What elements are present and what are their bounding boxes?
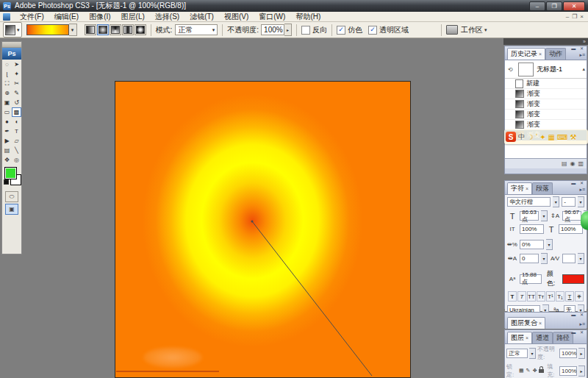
tab-history[interactable]: 历史记录 × <box>507 48 545 60</box>
minimize-button[interactable]: – <box>529 1 545 11</box>
panel-group-controls[interactable]: ▬ ✕ <box>571 329 585 335</box>
clone-stamp-tool[interactable]: ▣ <box>2 98 12 107</box>
chevron-down-icon[interactable]: ▾ <box>546 239 553 250</box>
opacity-input[interactable]: 100% <box>261 24 284 35</box>
faux-italic-button[interactable]: T <box>517 291 526 302</box>
dock-header[interactable]: » <box>503 38 588 45</box>
zoom-tool[interactable]: ◎ <box>12 155 21 165</box>
tool-preset-picker[interactable]: ▾ <box>3 22 22 38</box>
default-colors-icon[interactable] <box>4 179 9 185</box>
type-tool[interactable]: T <box>12 126 21 136</box>
workspace-button[interactable]: 工作区 ▾ <box>446 25 487 35</box>
lock-all-icon[interactable] <box>539 369 544 373</box>
panel-menu-icon[interactable]: ▸≡ <box>579 321 585 327</box>
gradient-picker-arrow[interactable]: ▾ <box>69 24 77 36</box>
foreground-color-swatch[interactable] <box>4 167 17 179</box>
notes-tool[interactable]: ▤ <box>2 146 12 155</box>
scroll-up-icon[interactable]: ▴ <box>582 66 587 72</box>
chevron-down-icon[interactable]: ▾ <box>541 210 548 221</box>
tab-layers[interactable]: 图层 × <box>507 332 532 343</box>
punctuation-icon[interactable]: ’ <box>536 133 537 141</box>
magic-icon[interactable]: ✦ <box>539 133 545 141</box>
tab-paragraph[interactable]: 段落 <box>532 182 553 194</box>
history-entry[interactable]: 渐变 <box>505 120 587 130</box>
tracking-input[interactable]: 0 <box>520 254 539 263</box>
history-source-icon[interactable]: ⟲ <box>506 66 514 73</box>
history-snapshot-row[interactable]: ⟲ 无标题-1 ▴ <box>505 60 587 79</box>
dither-checkbox[interactable]: ✓ <box>337 26 345 35</box>
history-entry[interactable]: 新建 <box>505 79 587 89</box>
dodge-tool[interactable]: ◖ <box>12 117 21 126</box>
underline-button[interactable]: T <box>565 291 574 302</box>
menu-help[interactable]: 帮助(H) <box>290 12 326 22</box>
move-tool[interactable]: ➤ <box>12 60 21 69</box>
tab-character[interactable]: 字符 × <box>507 182 532 194</box>
lock-transparency-icon[interactable]: ▦ <box>519 368 524 374</box>
transparency-checkbox[interactable]: ✓ <box>368 26 377 35</box>
history-entry[interactable]: 渐变 <box>505 89 587 99</box>
linear-gradient-button[interactable] <box>85 24 96 35</box>
menu-filter[interactable]: 滤镜(T) <box>184 12 219 22</box>
panel-group-controls[interactable]: ▬ ✕ <box>571 180 585 185</box>
magic-wand-tool[interactable]: ✦ <box>12 69 21 79</box>
reverse-option[interactable]: 反向 <box>301 25 327 35</box>
shape-tool[interactable]: ▱ <box>12 136 21 146</box>
tab-layer-comps[interactable]: 图层复合 × <box>507 317 545 329</box>
doc-minimize-button[interactable]: – <box>566 13 569 20</box>
menu-image[interactable]: 图像(I) <box>84 12 115 22</box>
font-size-input[interactable]: 86.63 点 <box>520 211 539 221</box>
spinner-icon[interactable]: ▸ <box>578 365 585 377</box>
gradient-tool-selected[interactable]: ▩ <box>12 107 21 117</box>
spinner-icon[interactable]: ▸ <box>578 348 585 359</box>
collapse-dock-icon[interactable]: » <box>583 39 586 44</box>
brush-tool[interactable]: ✎ <box>12 88 21 98</box>
lock-image-icon[interactable]: ✎ <box>526 368 531 374</box>
lock-position-icon[interactable]: ✥ <box>532 368 537 374</box>
layer-opacity-input[interactable]: 100% <box>559 349 577 358</box>
transparency-option[interactable]: ✓ 透明区域 <box>368 25 409 35</box>
gradient-preview[interactable] <box>26 24 69 35</box>
new-document-from-state-button[interactable]: ▤ <box>562 161 567 167</box>
chevron-down-icon[interactable]: ▾ <box>529 348 536 359</box>
toolbox-grip[interactable] <box>2 42 21 48</box>
rectangular-marquee-tool[interactable]: ◌ <box>2 60 12 69</box>
blend-mode-select[interactable]: 正常 ▾ <box>175 24 218 35</box>
panel-group-controls[interactable]: ▬ ✕ <box>571 312 585 317</box>
lasso-tool[interactable]: ɭ <box>2 69 12 79</box>
panel-menu-icon[interactable]: ▸≡ <box>579 187 585 193</box>
font-family-select[interactable]: 华文行楷 <box>507 197 551 207</box>
quick-mask-button[interactable]: ⬭ <box>5 191 18 202</box>
history-entry[interactable]: 渐变 <box>505 110 587 120</box>
strikethrough-button[interactable]: T <box>575 291 584 302</box>
half-full-width-icon[interactable]: ☽ <box>527 133 534 141</box>
close-button[interactable]: ✕ <box>563 1 585 11</box>
horizontal-scale-input[interactable]: 100% <box>559 224 583 234</box>
eraser-tool[interactable]: ▭ <box>2 107 12 117</box>
menu-layer[interactable]: 图层(L) <box>116 12 150 22</box>
chevron-down-icon[interactable]: ▾ <box>578 196 584 207</box>
restore-button[interactable]: ❐ <box>546 1 562 11</box>
skin-icon[interactable]: ▦ <box>548 133 555 141</box>
keyboard-icon[interactable]: ⌨ <box>557 133 567 141</box>
crop-tool[interactable]: ⛶ <box>2 79 12 88</box>
menu-view[interactable]: 视图(V) <box>219 12 254 22</box>
font-style-select[interactable]: - <box>562 197 576 207</box>
dither-option[interactable]: ✓ 仿色 <box>337 25 362 35</box>
layer-blend-mode-select[interactable]: 正常 <box>506 349 528 358</box>
close-icon[interactable]: × <box>526 186 528 191</box>
menu-select[interactable]: 选择(S) <box>150 12 184 22</box>
history-brush-tool[interactable]: ↺ <box>12 98 21 107</box>
vertical-scale-input[interactable]: 100% <box>520 224 544 234</box>
close-icon[interactable]: × <box>526 335 528 340</box>
eyedropper-tool[interactable]: ╲ <box>12 146 21 155</box>
small-caps-button[interactable]: Tᴛ <box>537 291 545 302</box>
path-selection-tool[interactable]: ▶ <box>2 136 12 146</box>
sogou-logo-icon[interactable]: S <box>506 132 516 142</box>
slice-tool[interactable]: ✂ <box>12 79 21 88</box>
chevron-down-icon[interactable]: ▾ <box>578 253 584 264</box>
opacity-spinner[interactable]: ▸ <box>284 24 292 36</box>
history-entry[interactable]: 渐变 <box>505 99 587 110</box>
tools-icon[interactable]: ⚒ <box>570 133 576 141</box>
close-icon[interactable]: × <box>539 321 542 326</box>
new-snapshot-button[interactable]: ◉ <box>570 161 575 167</box>
